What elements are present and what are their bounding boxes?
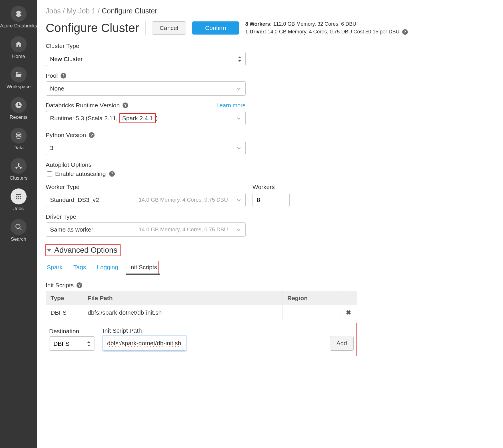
field-pool: Pool? None (46, 72, 246, 96)
main-content: Jobs / My Job 1 / Configure Cluster Conf… (37, 0, 503, 448)
sidebar-label-jobs: Jobs (13, 206, 24, 212)
python-value: 3 (50, 144, 230, 151)
sidebar-item-data[interactable]: Data (0, 125, 37, 155)
cell-region (283, 305, 340, 320)
help-icon[interactable]: ? (77, 282, 82, 288)
sidebar: Azure Databricks Home Workspace Recents … (0, 0, 37, 448)
cluster-summary: 8 Workers: 112.0 GB Memory, 32 Cores, 6 … (245, 20, 408, 36)
driver-type-dropdown[interactable]: Same as worker 14.0 GB Memory, 4 Cores, … (46, 222, 246, 237)
chevron-down-icon (236, 197, 241, 202)
sidebar-label-search: Search (11, 237, 26, 242)
tab-init-scripts[interactable]: Init Scripts (128, 261, 158, 275)
tab-tags[interactable]: Tags (72, 261, 87, 275)
sidebar-label-workspace: Workspace (7, 84, 31, 90)
cell-type: DBFS (46, 305, 83, 320)
label-python: Python Version (46, 132, 86, 138)
label-init-scripts: Init Scripts (46, 282, 74, 289)
sidebar-item-search[interactable]: Search (0, 216, 37, 247)
cluster-type-select[interactable]: New Cluster (46, 52, 246, 66)
init-script-path-input[interactable] (103, 336, 186, 351)
chevron-down-icon (236, 86, 241, 91)
sidebar-item-home[interactable]: Home (0, 33, 37, 64)
sidebar-label-data: Data (13, 145, 24, 151)
home-icon (11, 36, 27, 52)
summary-workers-label: 8 Workers: (245, 21, 272, 27)
label-init-path: Init Script Path (103, 327, 322, 334)
runtime-highlight: Spark 2.4.1 (119, 113, 156, 123)
cancel-button[interactable]: Cancel (152, 21, 186, 35)
help-icon[interactable]: ? (402, 29, 408, 35)
runtime-value: Runtime: 5.3 (Scala 2.11, Spark 2.4.1) (50, 115, 230, 122)
chevron-down-icon (236, 116, 241, 121)
driver-type-hint: 14.0 GB Memory, 4 Cores, 0.75 DBU (139, 226, 230, 233)
summary-driver-label: 1 Driver: (245, 29, 266, 35)
breadcrumb-job[interactable]: My Job 1 (67, 7, 96, 15)
autoscale-input[interactable] (47, 171, 52, 176)
label-worker-type: Worker Type (46, 184, 246, 190)
label-driver-type: Driver Type (46, 213, 246, 220)
advanced-tabs: Spark Tags Logging Init Scripts (46, 261, 494, 275)
delete-row-button[interactable]: ✖ (340, 305, 357, 320)
worker-type-dropdown[interactable]: Standard_DS3_v2 14.0 GB Memory, 4 Cores,… (46, 193, 246, 207)
field-autopilot: Autopilot Options Enable autoscaling ? (46, 161, 246, 177)
cell-path: dbfs:/spark-dotnet/db-init.sh (83, 305, 283, 320)
autoscale-label: Enable autoscaling (55, 170, 106, 177)
clock-icon (11, 97, 27, 113)
label-cluster-type: Cluster Type (46, 43, 246, 49)
pool-dropdown[interactable]: None (46, 81, 246, 96)
workers-input[interactable] (252, 193, 290, 207)
brand-label: Azure Databricks (0, 23, 37, 29)
tab-spark[interactable]: Spark (46, 261, 64, 275)
learn-more-link[interactable]: Learn more (217, 102, 246, 109)
page-title: Configure Cluster (46, 21, 146, 35)
init-scripts-table: Type File Path Region DBFS dbfs:/spark-d… (46, 291, 357, 320)
breadcrumb-current: Configure Cluster (102, 7, 157, 15)
help-icon[interactable]: ? (109, 171, 115, 177)
runtime-dropdown[interactable]: Runtime: 5.3 (Scala 2.11, Spark 2.4.1) (46, 111, 246, 125)
label-workers: Workers (252, 184, 290, 190)
destination-select[interactable]: DBFS (49, 336, 95, 351)
sidebar-item-jobs[interactable]: Jobs (0, 186, 37, 216)
sidebar-item-recents[interactable]: Recents (0, 94, 37, 125)
col-type: Type (46, 291, 83, 305)
tab-logging[interactable]: Logging (96, 261, 119, 275)
help-icon[interactable]: ? (61, 73, 66, 79)
col-path: File Path (83, 291, 283, 305)
calendar-grid-icon (11, 188, 27, 204)
enable-autoscale-checkbox[interactable]: Enable autoscaling ? (46, 170, 246, 177)
help-icon[interactable]: ? (89, 132, 95, 138)
sidebar-label-recents: Recents (10, 115, 27, 120)
worker-type-hint: 14.0 GB Memory, 4 Cores, 0.75 DBU (139, 197, 230, 203)
summary-workers-value: 112.0 GB Memory, 32 Cores, 6 DBU (273, 21, 356, 27)
breadcrumb-jobs[interactable]: Jobs (46, 7, 61, 15)
field-worker: Worker Type Standard_DS3_v2 14.0 GB Memo… (46, 184, 494, 207)
advanced-label: Advanced Options (54, 246, 117, 255)
sidebar-label-home: Home (12, 54, 25, 59)
driver-type-value: Same as worker (50, 226, 139, 233)
init-scripts-section: Init Scripts? Type File Path Region DBFS… (46, 282, 357, 356)
caret-down-icon (47, 249, 51, 252)
label-runtime: Databricks Runtime Version (46, 102, 120, 109)
cluster-icon (11, 158, 27, 174)
label-destination: Destination (49, 328, 95, 335)
sidebar-item-clusters[interactable]: Clusters (0, 155, 37, 186)
label-autopilot: Autopilot Options (46, 161, 246, 168)
folder-open-icon (11, 67, 27, 83)
advanced-options-toggle[interactable]: Advanced Options (46, 245, 120, 256)
brand[interactable]: Azure Databricks (0, 3, 37, 33)
worker-type-value: Standard_DS3_v2 (50, 196, 139, 203)
add-button[interactable]: Add (330, 336, 354, 351)
sidebar-label-clusters: Clusters (10, 176, 27, 181)
confirm-button[interactable]: Confirm (192, 21, 239, 35)
chevron-down-icon (236, 227, 241, 232)
field-runtime: Databricks Runtime Version ? Learn more … (46, 102, 246, 125)
python-dropdown[interactable]: 3 (46, 141, 246, 155)
sidebar-item-workspace[interactable]: Workspace (0, 64, 37, 94)
header-row: Configure Cluster Cancel Confirm 8 Worke… (46, 20, 494, 36)
summary-driver-value: 14.0 GB Memory, 4 Cores, 0.75 DBU Cost $… (268, 29, 400, 35)
help-icon[interactable]: ? (123, 103, 128, 108)
col-region: Region (283, 291, 340, 305)
field-driver: Driver Type Same as worker 14.0 GB Memor… (46, 213, 246, 237)
field-cluster-type: Cluster Type New Cluster (46, 43, 246, 66)
database-icon (11, 128, 27, 144)
